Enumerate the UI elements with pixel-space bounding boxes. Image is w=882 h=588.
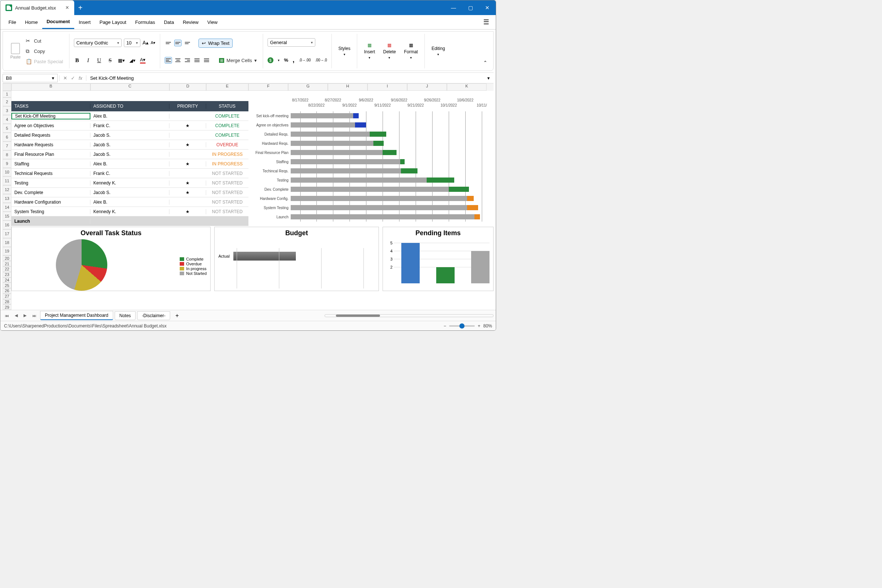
col-header-F[interactable]: F (248, 83, 288, 91)
cut-button[interactable]: Cut (24, 37, 64, 45)
paste-icon[interactable] (11, 43, 20, 54)
col-header-B[interactable]: B (11, 83, 90, 91)
row-header-22[interactable]: 22 (3, 266, 11, 272)
col-header-E[interactable]: E (206, 83, 248, 91)
decrease-decimal[interactable]: .00→.0 (315, 58, 327, 62)
row-header-3[interactable]: 3 (3, 106, 11, 115)
wrap-text-button[interactable]: ↩ Wrap Text (198, 39, 232, 48)
table-row[interactable]: Testing Kennedy K. ★ NOT STARTED (11, 178, 248, 188)
cancel-formula-icon[interactable]: ✕ (63, 75, 67, 81)
row-header-10[interactable]: 10 (3, 168, 11, 177)
horizontal-scrollbar[interactable] (324, 314, 494, 317)
row-header-11[interactable]: 11 (3, 176, 11, 185)
col-header-J[interactable]: J (407, 83, 447, 91)
row-header-8[interactable]: 8 (3, 150, 11, 159)
row-header-13[interactable]: 13 (3, 194, 11, 203)
menu-formulas[interactable]: Formulas (131, 15, 159, 29)
align-top[interactable] (165, 40, 172, 46)
new-tab-button[interactable]: + (74, 4, 87, 12)
table-row[interactable]: Dev. Complete Jacob S. ★ NOT STARTED (11, 188, 248, 197)
increase-decimal[interactable]: .0→.00 (299, 58, 310, 62)
font-color-button[interactable]: A▾ (140, 57, 146, 64)
row-header-4[interactable]: 4 (3, 115, 11, 124)
launch-row[interactable]: Launch (11, 216, 248, 226)
menu-review[interactable]: Review (178, 15, 203, 29)
name-box[interactable]: B8▾ (3, 74, 58, 82)
fx-icon[interactable]: fx (79, 75, 82, 81)
row-header-19[interactable]: 19 (3, 247, 11, 256)
sheet-nav-prev[interactable]: ◀ (12, 312, 20, 319)
sheet-content[interactable]: TASKS ASSIGNED TO PRIORITY STATUS Set Ki… (11, 91, 494, 310)
copy-button[interactable]: Copy (24, 47, 64, 55)
sheet-tab-0[interactable]: Project Management Dashboard (40, 311, 113, 320)
maximize-button[interactable]: ▢ (462, 5, 479, 10)
sheet-tab-2[interactable]: -Disclaimer- (137, 311, 170, 320)
menu-overflow-icon[interactable]: ☰ (480, 18, 492, 26)
table-row[interactable]: Technical Requests Frank C. NOT STARTED (11, 169, 248, 178)
zoom-slider[interactable] (449, 325, 475, 327)
row-header-5[interactable]: 5 (3, 124, 11, 133)
row-header-6[interactable]: 6 (3, 133, 11, 141)
align-left[interactable] (165, 57, 172, 64)
row-header-16[interactable]: 16 (3, 220, 11, 230)
row-header-25[interactable]: 25 (3, 283, 11, 288)
expand-formula-icon[interactable]: ▾ (484, 75, 494, 81)
indent-increase[interactable] (203, 57, 210, 64)
document-tab[interactable]: Annual Budget.xlsx × (0, 0, 74, 15)
currency-button[interactable]: $ (267, 57, 273, 63)
col-header-C[interactable]: C (90, 83, 170, 91)
styles-button[interactable]: Styles▾ (336, 46, 353, 56)
row-header-2[interactable]: 2 (3, 98, 11, 106)
close-button[interactable]: ✕ (479, 5, 496, 10)
sheet-nav-next[interactable]: ▶ (21, 312, 28, 319)
table-row[interactable]: Hardware Configuration Alex B. NOT START… (11, 197, 248, 207)
indent-decrease[interactable] (193, 57, 201, 64)
menu-home[interactable]: Home (21, 15, 42, 29)
merge-cells-button[interactable]: ⊞ Merge Cells▾ (218, 57, 258, 64)
underline-button[interactable]: U (96, 57, 102, 64)
select-all-corner[interactable] (3, 83, 11, 91)
row-header-9[interactable]: 9 (3, 159, 11, 168)
table-row[interactable]: Final Resource Plan Jacob S. IN PROGRESS (11, 150, 248, 159)
table-row[interactable]: Hardware Requests Jacob S. ★ OVERDUE (11, 140, 248, 150)
paste-special-button[interactable]: Paste Special (24, 58, 64, 65)
sheet-nav-last[interactable]: ⏭ (30, 313, 39, 319)
format-button[interactable]: ▦Format▾ (402, 43, 420, 60)
row-header-17[interactable]: 17 (3, 230, 11, 238)
percent-button[interactable]: % (284, 57, 288, 63)
row-header-20[interactable]: 20 (3, 255, 11, 261)
table-row[interactable]: Agree on Objectives Frank C. ★ COMPLETE (11, 121, 248, 130)
col-header-H[interactable]: H (328, 83, 368, 91)
row-header-21[interactable]: 21 (3, 261, 11, 266)
insert-button[interactable]: ▦Insert▾ (362, 43, 377, 60)
row-header-7[interactable]: 7 (3, 141, 11, 150)
menu-page-layout[interactable]: Page Layout (95, 15, 131, 29)
menu-data[interactable]: Data (159, 15, 178, 29)
editing-button[interactable]: Editing▾ (429, 46, 447, 56)
menu-document[interactable]: Document (42, 15, 75, 29)
bold-button[interactable]: B (74, 57, 81, 64)
table-row[interactable]: Staffing Alex B. ★ IN PROGRESS (11, 159, 248, 169)
row-header-12[interactable]: 12 (3, 185, 11, 194)
row-header-23[interactable]: 23 (3, 272, 11, 278)
add-sheet-button[interactable]: + (172, 312, 182, 319)
strike-button[interactable]: S (107, 57, 114, 64)
table-row[interactable]: Set Kick-Off Meeting Alex B. COMPLETE (11, 111, 248, 121)
comma-button[interactable]: , (292, 56, 294, 64)
row-header-14[interactable]: 14 (3, 203, 11, 212)
table-row[interactable]: System Testing Kennedy K. ★ NOT STARTED (11, 207, 248, 216)
row-header-15[interactable]: 15 (3, 212, 11, 220)
accept-formula-icon[interactable]: ✓ (71, 75, 75, 81)
row-header-24[interactable]: 24 (3, 278, 11, 283)
minimize-button[interactable]: — (445, 5, 462, 10)
col-header-I[interactable]: I (368, 83, 407, 91)
zoom-in-button[interactable]: + (478, 323, 480, 328)
font-name-select[interactable]: Century Gothic▾ (74, 39, 122, 47)
row-header-1[interactable]: 1 (3, 91, 11, 98)
menu-view[interactable]: View (203, 15, 222, 29)
row-header-29[interactable]: 29 (3, 304, 11, 310)
collapse-ribbon-icon[interactable]: ⌃ (480, 57, 490, 68)
sheet-nav-first[interactable]: ⏮ (3, 313, 11, 319)
menu-insert[interactable]: Insert (74, 15, 95, 29)
row-header-28[interactable]: 28 (3, 299, 11, 304)
